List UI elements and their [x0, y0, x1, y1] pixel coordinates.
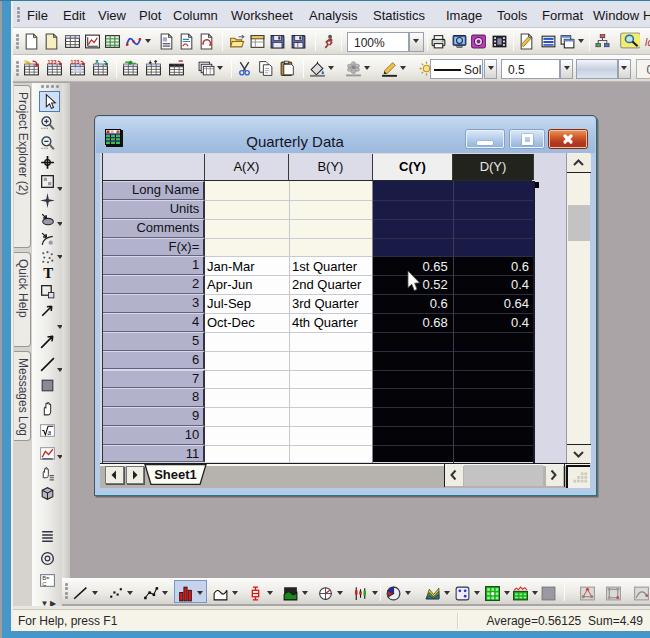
- svg-text:X: X: [94, 60, 99, 65]
- svg-text:C: C: [42, 580, 46, 586]
- svg-text:123: 123: [47, 60, 56, 65]
- svg-text:lc: lc: [645, 36, 650, 48]
- svg-text:T: T: [295, 41, 299, 48]
- svg-text:T: T: [43, 265, 53, 281]
- svg-text:123: 123: [70, 60, 79, 65]
- svg-text:a: a: [47, 428, 51, 435]
